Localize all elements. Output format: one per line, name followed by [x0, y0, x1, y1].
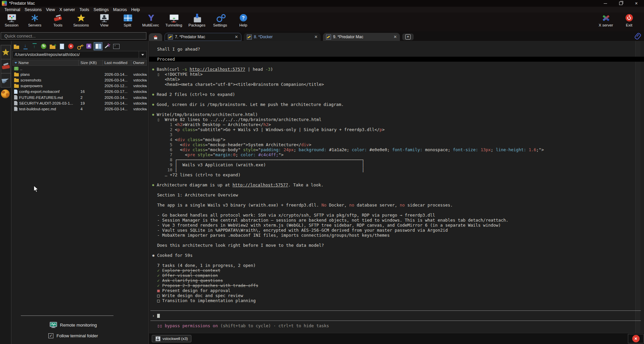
menu-item-tools[interactable]: Tools: [79, 7, 89, 12]
maximize-button-icon[interactable]: [613, 0, 629, 7]
dual-pane-icon[interactable]: [94, 43, 102, 50]
swiss-knife-icon[interactable]: [1, 59, 11, 73]
new-folder-icon[interactable]: [49, 43, 57, 50]
menu-item-settings[interactable]: Settings: [94, 7, 109, 12]
tab-close-icon[interactable]: ✕: [394, 35, 397, 39]
toolbar-label: Help: [239, 23, 247, 27]
toolbar-view-button[interactable]: View: [93, 12, 116, 31]
file-row-plans[interactable]: plans2026-03-14...vstockw: [12, 71, 147, 77]
terminal[interactable]: Shall I go ahead? Proceed ⏺ Bash(curl -s…: [149, 41, 644, 333]
column-header-name[interactable]: Name: [13, 60, 79, 65]
terminal-line: ⏺ Architecture diagram is up at http://l…: [152, 182, 644, 187]
key-icon[interactable]: [76, 43, 84, 50]
file-row-test-buildout-spec-md[interactable]: test-buildout-spec.md42026-03-14...vstoc…: [12, 106, 147, 112]
path-bar[interactable]: /Users/vstockwell/repos/wraith/docs/: [12, 51, 147, 58]
toolbar-help-button[interactable]: Help: [232, 12, 255, 31]
current-path[interactable]: /Users/vstockwell/repos/wraith/docs/: [13, 52, 139, 57]
file-row-screenshots[interactable]: screenshots2026-03-14...vstockw: [12, 77, 147, 83]
follow-terminal-folder-toggle[interactable]: ✓ Follow terminal folder: [11, 333, 135, 338]
user-session-chip[interactable]: vstockwell (x3): [152, 335, 191, 342]
toolbar-label: Servers: [28, 23, 42, 27]
file-name-cell: ..: [12, 67, 79, 71]
terminal-link[interactable]: http://localhost:57577: [233, 182, 288, 187]
terminal-line: - Vault uses SQLite in %APPDATA%\Wraith\…: [152, 228, 644, 233]
terminal-line: 1 <h2>Wraith Desktop — Architecture</h2>: [152, 122, 644, 127]
toolbar-x-server-button[interactable]: X server: [594, 12, 617, 31]
download-icon[interactable]: [21, 43, 30, 50]
toolbar-settings-button[interactable]: Settings: [209, 12, 232, 31]
toolbar-session-button[interactable]: Session: [0, 12, 23, 31]
tab-home[interactable]: [149, 33, 162, 41]
terminal-line: ■ Present design for approval: [152, 288, 644, 293]
tab-close-icon[interactable]: ✕: [314, 35, 318, 39]
folder-icon: [14, 79, 19, 82]
new-tab-button[interactable]: +: [402, 34, 414, 40]
upload-icon[interactable]: [31, 43, 39, 50]
close-button-icon[interactable]: ✕: [629, 0, 644, 7]
tab-7-predator-mac[interactable]: 7. *Predator Mac✕: [165, 33, 241, 41]
terminal-line: The app is a single Wails v3 binary (wra…: [152, 203, 644, 208]
paperclip-icon[interactable]: [634, 32, 642, 40]
globe-icon[interactable]: [1, 90, 10, 98]
file-row-[interactable]: ..: [12, 66, 147, 71]
paper-plane-icon[interactable]: [1, 73, 11, 88]
menu-item-sessions[interactable]: Sessions: [25, 7, 42, 12]
new-file-icon[interactable]: [58, 43, 66, 50]
toolbar-tools-button[interactable]: Tools: [46, 12, 70, 31]
toolbar-label: Sessions: [73, 23, 89, 27]
file-row-config-export-mobaconf[interactable]: config-export.mobaconf162026-03-17...vst…: [12, 89, 147, 95]
column-header-owner[interactable]: Owner: [131, 60, 146, 65]
quick-connect-input[interactable]: [1, 32, 146, 40]
file-cell: 2026-03-14...: [103, 72, 132, 76]
menu-item-x-server[interactable]: X server: [59, 7, 75, 12]
updir-icon: [14, 67, 18, 70]
file-row-future-features-md[interactable]: FUTURE-FEATURES.md22026-03-14...vstockw: [12, 95, 147, 100]
font-icon[interactable]: [85, 43, 93, 50]
toolbar-multiexec-button[interactable]: MultiExec: [139, 12, 162, 31]
favorites-star-icon[interactable]: [1, 45, 11, 59]
up-folder-icon[interactable]: [12, 43, 20, 50]
terminal-line: 8 ┌─────────────────────────────────────…: [152, 157, 644, 162]
tab-8-docker[interactable]: 8. *Docker✕: [244, 33, 321, 41]
tab-9-predator-mac[interactable]: 9. *Predator Mac✕: [323, 33, 400, 41]
menu-item-help[interactable]: Help: [131, 7, 140, 12]
follow-checkbox[interactable]: ✓: [48, 333, 53, 338]
toolbar-tunneling-button[interactable]: Tunneling: [162, 12, 185, 31]
session-tab-icon: [168, 35, 173, 40]
follow-terminal-folder-label: Follow terminal folder: [56, 333, 98, 338]
menu-item-terminal[interactable]: Terminal: [4, 7, 20, 12]
console-icon[interactable]: [112, 43, 120, 50]
toolbar: SessionServersToolsSessionsViewSplitMult…: [0, 12, 644, 31]
tab-close-icon[interactable]: ✕: [235, 35, 238, 39]
file-name-cell: test-buildout-spec.md: [12, 107, 79, 111]
terminal-rule: [152, 318, 644, 323]
file-cell: 16: [79, 90, 103, 94]
sessions-icon: [76, 13, 87, 23]
toolbar-exit-button[interactable]: Exit: [617, 12, 641, 31]
path-dropdown-icon[interactable]: [139, 51, 146, 58]
tab-label: 8. *Docker: [254, 35, 312, 39]
file-row-superpowers[interactable]: superpowers2026-03-12...vstockw: [12, 83, 147, 89]
close-terminal-button[interactable]: ✕: [632, 335, 640, 342]
terminal-line: [152, 62, 644, 67]
column-header-last-modified[interactable]: Last modified: [103, 60, 131, 65]
terminal-link[interactable]: http://localhost:57577: [190, 67, 245, 72]
refresh-icon[interactable]: [40, 43, 48, 50]
wand-icon[interactable]: [103, 43, 111, 50]
terminal-prompt: ›: [152, 313, 644, 318]
terminal-line: <head><meta charset="utf-8"><title>Brain…: [152, 82, 644, 87]
remote-monitoring-button[interactable]: Remote monitoring: [11, 322, 135, 328]
delete-icon[interactable]: [67, 43, 75, 50]
file-row-security-audit-2026-03-1[interactable]: SECURITY-AUDIT-2026-03-1...192026-03-14.…: [12, 100, 147, 106]
toolbar-sessions-button[interactable]: Sessions: [70, 12, 93, 31]
file-cell: vstockw: [132, 78, 147, 82]
toolbar-split-button[interactable]: Split: [116, 12, 139, 31]
menu-item-view[interactable]: View: [46, 7, 55, 12]
menu-item-macros[interactable]: Macros: [113, 7, 127, 12]
toolbar-packages-button[interactable]: Packages: [185, 12, 209, 31]
toolbar-servers-button[interactable]: Servers: [23, 12, 46, 31]
terminal-line: 7 <pre style="margin:0; color: #c4c4ff;"…: [152, 152, 644, 157]
column-header-size-kb[interactable]: Size (KB): [79, 60, 102, 65]
minimize-button-icon[interactable]: [598, 0, 613, 7]
terminal-line: ⏺ Read 2 files (ctrl+o to expand): [152, 92, 644, 97]
